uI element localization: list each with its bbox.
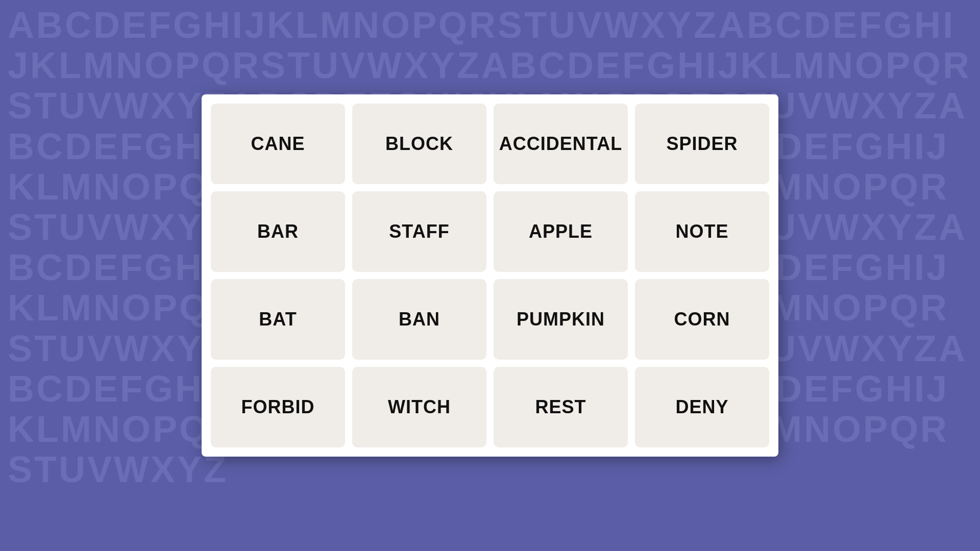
card-staff[interactable]: STAFF: [352, 191, 486, 272]
card-label-apple: APPLE: [529, 221, 593, 242]
card-bat[interactable]: BAT: [211, 279, 345, 360]
card-label-cane: CANE: [251, 133, 305, 155]
card-label-bar: BAR: [257, 221, 299, 242]
card-deny[interactable]: DENY: [635, 367, 769, 447]
card-label-forbid: FORBID: [241, 396, 315, 418]
card-apple[interactable]: APPLE: [494, 191, 628, 272]
card-witch[interactable]: WITCH: [352, 367, 486, 447]
card-accidental[interactable]: ACCIDENTAL: [494, 104, 628, 184]
card-spider[interactable]: SPIDER: [635, 104, 769, 184]
card-label-ban: BAN: [399, 309, 440, 330]
card-ban[interactable]: BAN: [352, 279, 486, 360]
card-label-spider: SPIDER: [666, 133, 738, 155]
word-grid-container: CANEBLOCKACCIDENTALSPIDERBARSTAFFAPPLENO…: [202, 94, 778, 457]
card-label-note: NOTE: [675, 221, 728, 242]
card-label-rest: REST: [535, 396, 586, 418]
card-label-bat: BAT: [259, 309, 297, 330]
card-label-witch: WITCH: [388, 396, 451, 418]
card-cane[interactable]: CANE: [211, 104, 345, 184]
card-label-deny: DENY: [675, 396, 728, 418]
word-grid: CANEBLOCKACCIDENTALSPIDERBARSTAFFAPPLENO…: [211, 104, 769, 447]
card-block[interactable]: BLOCK: [352, 104, 486, 184]
card-note[interactable]: NOTE: [635, 191, 769, 272]
card-pumpkin[interactable]: PUMPKIN: [494, 279, 628, 360]
card-label-staff: STAFF: [389, 221, 449, 242]
card-corn[interactable]: CORN: [635, 279, 769, 360]
card-forbid[interactable]: FORBID: [211, 367, 345, 447]
card-label-corn: CORN: [674, 309, 730, 330]
card-label-block: BLOCK: [385, 133, 453, 155]
card-rest[interactable]: REST: [494, 367, 628, 447]
card-label-accidental: ACCIDENTAL: [499, 133, 622, 155]
card-label-pumpkin: PUMPKIN: [517, 309, 605, 330]
card-bar[interactable]: BAR: [211, 191, 345, 272]
